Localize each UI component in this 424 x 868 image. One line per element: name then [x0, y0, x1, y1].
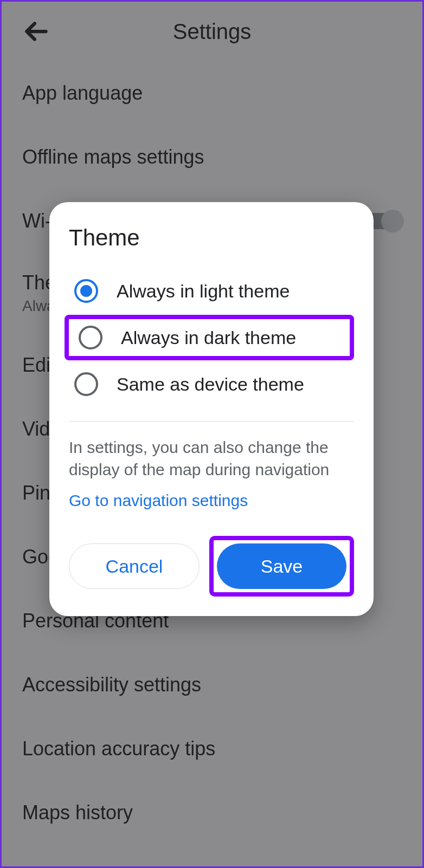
dialog-info-text: In settings, you can also change the dis…	[69, 437, 354, 481]
radio-icon	[74, 372, 98, 396]
dialog-actions: Cancel Save	[69, 536, 354, 597]
radio-label: Same as device theme	[117, 374, 304, 395]
navigation-settings-link[interactable]: Go to navigation settings	[69, 491, 248, 509]
theme-option-light[interactable]: Always in light theme	[69, 267, 354, 315]
cancel-button[interactable]: Cancel	[69, 543, 200, 589]
radio-icon	[74, 279, 98, 303]
dialog-title: Theme	[69, 225, 354, 251]
radio-label: Always in light theme	[117, 281, 290, 302]
divider	[69, 421, 354, 422]
save-highlight: Save	[209, 536, 354, 597]
theme-option-device[interactable]: Same as device theme	[69, 360, 354, 408]
save-button[interactable]: Save	[217, 543, 346, 589]
theme-dialog: Theme Always in light theme Always in da…	[49, 202, 374, 616]
theme-option-dark[interactable]: Always in dark theme	[65, 315, 354, 360]
radio-label: Always in dark theme	[121, 327, 296, 348]
radio-icon	[79, 326, 102, 349]
